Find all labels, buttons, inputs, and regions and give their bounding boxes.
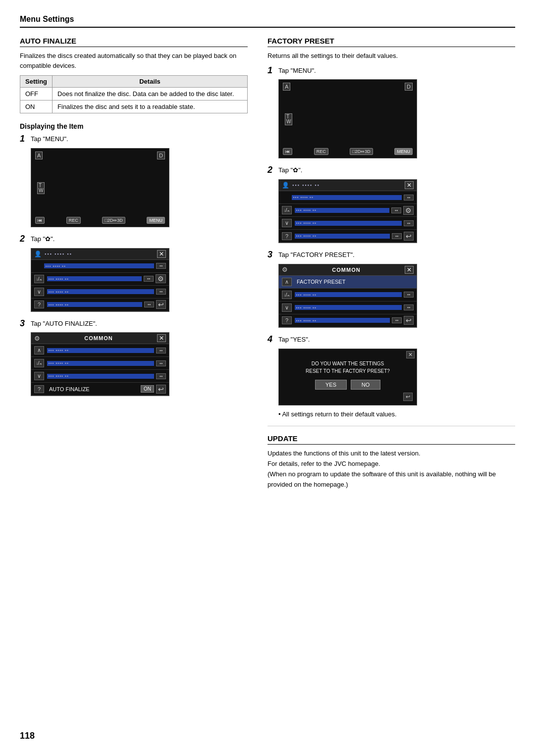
tag-1: ▪▪ [156, 348, 166, 353]
fp-row-3: ∨ ▪▪▪ ▪▪▪▪ ▪▪ ▪▪ [279, 302, 417, 314]
menu-bar-r4: ▪▪▪ ▪▪▪▪ ▪▪ [295, 234, 390, 239]
right-column: FACTORY PRESET Returns all the settings … [268, 37, 515, 490]
camera-screen-right: A D TW ⏮ REC □2D⇔3D MENU [278, 79, 417, 158]
yes-button[interactable]: YES [315, 380, 347, 390]
menu-row-r1: ▪▪▪ ▪▪▪▪ ▪▪ ▪▪ [279, 191, 417, 204]
cam-corner-a: A [35, 151, 43, 159]
cam-playback-right: ⏮ [283, 148, 292, 155]
table-cell-details-on: Finalizes the disc and sets it to a read… [53, 101, 248, 113]
menu-bar-4: ▪▪▪ ▪▪▪▪ ▪▪ [47, 302, 142, 307]
table-row: OFF Does not finalize the disc. Data can… [20, 88, 248, 101]
update-desc1: Updates the functions of this unit to th… [268, 449, 515, 459]
menu-screen-2-left: 👤 ▪▪▪ ▪▪▪▪ ▪▪ ✕ ▪▪▪ ▪▪▪▪ ▪▪ ▪▪ ᵢ/ₙ ▪▪▪ ▪… [31, 248, 169, 312]
auto-finalize-description: Finalizes the discs created automaticall… [20, 51, 248, 70]
update-section: UPDATE Updates the functions of this uni… [268, 434, 515, 490]
dialog-message: DO YOU WANT THE SETTINGS RESET TO THE FA… [283, 360, 413, 375]
menu-close-fp[interactable]: ✕ [405, 266, 414, 274]
menu-bar-2: ▪▪▪ ▪▪▪▪ ▪▪ [47, 276, 142, 281]
menu-row-2: ᵢ/ₙ ▪▪▪ ▪▪▪▪ ▪▪ ▪▪ ⚙ [31, 273, 169, 286]
update-desc3: (When no program to update the software … [268, 469, 515, 490]
nav-down-fp: ∨ [282, 303, 292, 312]
menu-row-r4: ? ▪▪▪ ▪▪▪▪ ▪▪ ▪▪ ↩ [279, 230, 417, 243]
auto-finalize-row: ? AUTO FINALIZE ON ↩ [31, 383, 169, 396]
menu-gear-icon[interactable]: ⚙ [156, 274, 166, 283]
dialog-buttons: YES NO [283, 380, 413, 390]
menu-tag-r3: ▪▪ [404, 220, 414, 226]
nav-q-left: ? [34, 385, 44, 393]
menu-nav-r2: ᵢ/ₙ [282, 206, 292, 214]
menu-screen-2-right: 👤 ▪▪▪ ▪▪▪▪ ▪▪ ✕ ▪▪▪ ▪▪▪▪ ▪▪ ▪▪ ᵢ/ₙ ▪▪▪ ▪… [278, 179, 417, 243]
menu-header-right: 👤 ▪▪▪ ▪▪▪▪ ▪▪ ✕ [279, 180, 417, 191]
nav-up-left: ∧ [34, 346, 44, 354]
cam-menu-right: MENU [394, 148, 413, 155]
nav-up-fp: ∧ [282, 278, 292, 286]
auto-finalize-title: AUTO FINALIZE [20, 37, 248, 47]
menu-back-icon[interactable]: ↩ [156, 300, 166, 309]
fp-row-2: ᵢ/ₙ ▪▪▪ ▪▪▪▪ ▪▪ ▪▪ [279, 289, 417, 302]
menu-person-icon: 👤 [34, 251, 42, 257]
factory-preset-menu: ⚙ COMMON ✕ ∧ FACTORY PRESET ᵢ/ₙ ▪▪▪ ▪▪▪▪… [278, 264, 417, 328]
dialog-back-btn[interactable]: ↩ [403, 393, 413, 401]
menu-close-btn[interactable]: ✕ [157, 250, 166, 258]
menu-tag-r1: ▪▪ [404, 195, 414, 201]
menu-close-right[interactable]: ✕ [405, 181, 414, 189]
common-label-left: COMMON [84, 335, 112, 341]
bar-1: ▪▪▪ ▪▪▪▪ ▪▪ [47, 348, 154, 353]
no-button[interactable]: NO [351, 380, 380, 390]
menu-tag-r4: ▪▪ [392, 233, 402, 239]
dialog-message-text: DO YOU WANT THE SETTINGS RESET TO THE FA… [306, 361, 390, 374]
cam-2d3d-btn: □2D⇔3D [102, 217, 125, 224]
menu-back-r[interactable]: ↩ [404, 232, 414, 241]
common-header-left: ⚙ COMMON ✕ [31, 333, 169, 344]
table-cell-setting-off: OFF [20, 88, 53, 101]
menu-tag-2: ▪▪ [144, 276, 154, 282]
settings-table: Setting Details OFF Does not finalize th… [20, 75, 248, 113]
dialog-close-btn[interactable]: ✕ [406, 351, 415, 358]
bar-2: ▪▪▪ ▪▪▪▪ ▪▪ [47, 361, 154, 366]
step-2-text: Tap "✿". [31, 234, 54, 243]
nav-frac-left: ᵢ/ₙ [34, 359, 44, 367]
step-3-number: 3 [20, 319, 28, 329]
common-menu-left: ⚙ COMMON ✕ ∧ ▪▪▪ ▪▪▪▪ ▪▪ ▪▪ ᵢ/ₙ ▪▪▪ ▪▪▪▪… [31, 332, 169, 396]
step-4-right: 4 Tap "YES". [268, 335, 515, 345]
menu-tag-1: ▪▪ [156, 263, 166, 269]
auto-finalize-label: AUTO FINALIZE [47, 386, 141, 392]
step-1-right-text: Tap "MENU". [278, 66, 316, 74]
dialog-back-row: ↩ [283, 393, 413, 401]
step-1-text: Tap "MENU". [31, 134, 68, 143]
back-icon-left[interactable]: ↩ [156, 385, 166, 394]
common-row-3: ∨ ▪▪▪ ▪▪▪▪ ▪▪ ▪▪ [31, 370, 169, 383]
step-1: 1 Tap "MENU". [20, 134, 248, 144]
update-desc2: For details, refer to the JVC homepage. [268, 459, 515, 469]
menu-gear-icon-r[interactable]: ⚙ [403, 206, 414, 215]
back-icon-fp[interactable]: ↩ [404, 316, 414, 325]
fp-bar-3: ▪▪▪ ▪▪▪▪ ▪▪ [295, 305, 402, 310]
nav-down-left: ∨ [34, 372, 44, 380]
menu-row-r3: ∨ ▪▪▪ ▪▪▪▪ ▪▪ ▪▪ [279, 217, 417, 230]
update-title: UPDATE [268, 434, 515, 445]
step-3-right-text: Tap "FACTORY PRESET". [278, 250, 355, 258]
cam-top-row: A D [35, 151, 165, 159]
menu-nav-q: ? [34, 301, 44, 308]
menu-nav-r4: ? [282, 232, 292, 240]
gear-icon-left: ⚙ [34, 335, 40, 342]
cam-mid-right: TW [285, 113, 413, 125]
factory-reset-dialog: ✕ DO YOU WANT THE SETTINGS RESET TO THE … [278, 349, 417, 405]
menu-close-left[interactable]: ✕ [157, 334, 166, 342]
cam-bottom-right: ⏮ REC □2D⇔3D MENU [283, 148, 413, 155]
step-3-text: Tap "AUTO FINALIZE". [31, 319, 97, 327]
fp-row-4: ? ▪▪▪ ▪▪▪▪ ▪▪ ▪▪ ↩ [279, 314, 417, 327]
cam-2d3d-right: □2D⇔3D [350, 148, 373, 155]
menu-row-r2: ᵢ/ₙ ▪▪▪ ▪▪▪▪ ▪▪ ▪▪ ⚙ [279, 204, 417, 217]
left-column: AUTO FINALIZE Finalizes the discs create… [20, 37, 248, 490]
step-2-left: 2 Tap "✿". [20, 234, 248, 244]
cam-playback-btn: ⏮ [35, 217, 45, 224]
cam-corner-d: D [157, 151, 165, 159]
common-row-2: ᵢ/ₙ ▪▪▪ ▪▪▪▪ ▪▪ ▪▪ [31, 357, 169, 370]
fp-tag-2: ▪▪ [404, 292, 414, 298]
fp-common-header: ⚙ COMMON ✕ [279, 264, 417, 276]
tag-2: ▪▪ [156, 360, 166, 366]
page-number: 118 [20, 731, 35, 741]
auto-finalize-value: ON [141, 385, 154, 393]
cam-tw-right: TW [285, 113, 292, 125]
